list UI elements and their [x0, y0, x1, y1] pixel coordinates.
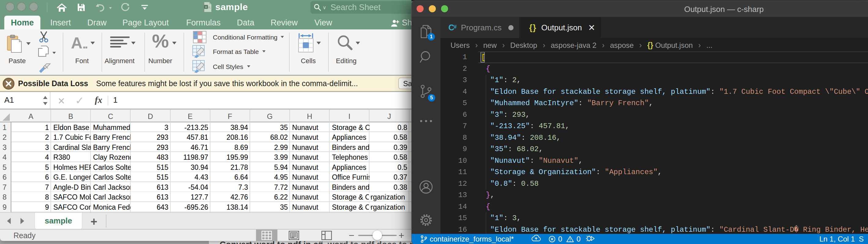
svg-text:a,: a, [208, 5, 211, 9]
svg-text:x: x [205, 5, 207, 8]
